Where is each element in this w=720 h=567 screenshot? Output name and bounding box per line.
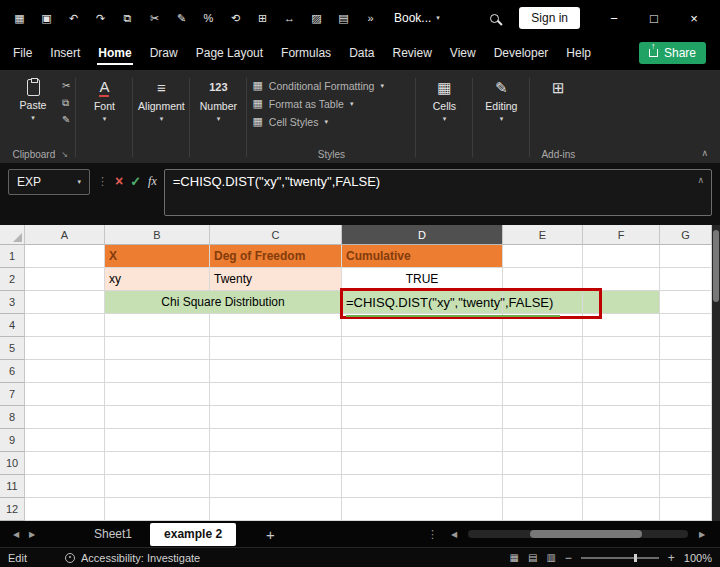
sheet-tab-example-2[interactable]: example 2 — [150, 523, 236, 546]
cell-C12[interactable] — [210, 498, 342, 521]
cell-B7[interactable] — [105, 383, 210, 406]
zoom-in-button[interactable]: + — [668, 551, 675, 565]
cell-E11[interactable] — [503, 475, 583, 498]
zoom-level[interactable]: 100% — [684, 552, 712, 564]
alignment-button[interactable]: ≡ Alignment ▾ — [138, 75, 184, 123]
undo-icon[interactable]: ↶ — [60, 12, 87, 25]
cell-G8[interactable] — [660, 406, 712, 429]
cell-D4[interactable] — [342, 314, 503, 337]
copy-icon[interactable]: ⧉ — [62, 98, 70, 108]
cell-G1[interactable] — [660, 245, 712, 268]
cell-B9[interactable] — [105, 429, 210, 452]
app-launcher-icon[interactable]: ▦ — [6, 12, 33, 25]
vertical-scrollbar-thumb[interactable] — [713, 230, 719, 302]
col-header-A[interactable]: A — [25, 225, 105, 245]
formula-bar-drag-handle[interactable]: ⋮ — [97, 175, 108, 188]
cell-D6[interactable] — [342, 360, 503, 383]
prev-sheet-icon[interactable]: ◀ — [8, 530, 24, 539]
cell-B4[interactable] — [105, 314, 210, 337]
cell-C10[interactable] — [210, 452, 342, 475]
cell-B8[interactable] — [105, 406, 210, 429]
cancel-formula-button[interactable]: × — [115, 173, 123, 189]
cell-D10[interactable] — [342, 452, 503, 475]
collapse-formula-bar-icon[interactable]: ∧ — [697, 175, 704, 185]
cell-F6[interactable] — [583, 360, 660, 383]
copy-icon[interactable]: ⧉ — [114, 12, 141, 25]
minimize-button[interactable]: − — [594, 11, 634, 26]
cell-A6[interactable] — [25, 360, 105, 383]
menu-item-view[interactable]: View — [441, 36, 485, 70]
cell-F8[interactable] — [583, 406, 660, 429]
col-header-F[interactable]: F — [583, 225, 660, 245]
cell-A5[interactable] — [25, 337, 105, 360]
cell-F12[interactable] — [583, 498, 660, 521]
cell-E1[interactable] — [503, 245, 583, 268]
cell-D5[interactable] — [342, 337, 503, 360]
zoom-out-button[interactable]: − — [565, 551, 572, 565]
document-title[interactable]: Book... ▾ — [394, 11, 440, 25]
cell-A7[interactable] — [25, 383, 105, 406]
row-header-1[interactable]: 1 — [0, 245, 25, 268]
cell-F4[interactable] — [583, 314, 660, 337]
cell-C1[interactable]: Deg of Freedom — [210, 245, 342, 268]
font-button[interactable]: A Font ▾ — [81, 75, 127, 123]
cell-E2[interactable] — [503, 268, 583, 291]
borders-icon[interactable]: ⊞ — [249, 12, 276, 25]
format-painter-icon[interactable]: ✎ — [62, 115, 70, 125]
cell-B5[interactable] — [105, 337, 210, 360]
cell-A4[interactable] — [25, 314, 105, 337]
conditional-formatting-button[interactable]: ▦Conditional Formatting▾ — [252, 79, 384, 92]
col-header-E[interactable]: E — [503, 225, 583, 245]
freeze-panes-icon[interactable]: ▤ — [330, 12, 357, 25]
cell-E8[interactable] — [503, 406, 583, 429]
cell-A1[interactable] — [25, 245, 105, 268]
fill-color-icon[interactable]: ▨ — [303, 12, 330, 25]
row-header-10[interactable]: 10 — [0, 452, 25, 475]
cell-B11[interactable] — [105, 475, 210, 498]
cell-G12[interactable] — [660, 498, 712, 521]
overflow-icon[interactable]: » — [357, 12, 384, 24]
col-header-B[interactable]: B — [105, 225, 210, 245]
col-header-C[interactable]: C — [210, 225, 342, 245]
format-painter-icon[interactable]: ✎ — [168, 12, 195, 25]
search-icon[interactable] — [479, 14, 509, 23]
menu-item-draw[interactable]: Draw — [141, 36, 187, 70]
page-break-view-icon[interactable]: ▥ — [546, 552, 555, 563]
number-button[interactable]: 123 Number ▾ — [195, 75, 241, 123]
cell-D7[interactable] — [342, 383, 503, 406]
row-header-3[interactable]: 3 — [0, 291, 25, 314]
cell-F7[interactable] — [583, 383, 660, 406]
cell-G4[interactable] — [660, 314, 712, 337]
accessibility-status[interactable]: Accessibility: Investigate — [65, 552, 200, 564]
cell-E9[interactable] — [503, 429, 583, 452]
cell-C9[interactable] — [210, 429, 342, 452]
share-button[interactable]: Share — [639, 42, 706, 64]
menu-item-file[interactable]: File — [4, 36, 41, 70]
menu-item-review[interactable]: Review — [383, 36, 440, 70]
cell-D3[interactable]: =CHISQ.DIST("xy","twenty",FALSE) — [342, 291, 503, 314]
horizontal-scrollbar[interactable] — [468, 530, 688, 538]
cell-A10[interactable] — [25, 452, 105, 475]
cell-C2[interactable]: Twenty — [210, 268, 342, 291]
maximize-button[interactable]: □ — [634, 11, 674, 26]
cell-styles-button[interactable]: ▦Cell Styles▾ — [252, 115, 328, 128]
undo-history-icon[interactable]: ⟲ — [222, 12, 249, 25]
merge-center-icon[interactable]: ↔ — [276, 12, 303, 24]
row-header-11[interactable]: 11 — [0, 475, 25, 498]
row-header-2[interactable]: 2 — [0, 268, 25, 291]
cell-D2[interactable]: TRUE — [342, 268, 503, 291]
next-sheet-icon[interactable]: ▶ — [24, 530, 40, 539]
cell-C11[interactable] — [210, 475, 342, 498]
zoom-slider-thumb[interactable] — [634, 554, 637, 562]
tab-overflow-icon[interactable]: ⋮ — [427, 528, 438, 541]
vertical-scrollbar[interactable] — [712, 225, 720, 521]
cell-G3[interactable] — [660, 291, 712, 314]
close-button[interactable]: × — [674, 11, 714, 26]
cell-D1[interactable]: Cumulative — [342, 245, 503, 268]
cell-D8[interactable] — [342, 406, 503, 429]
redo-icon[interactable]: ↷ — [87, 12, 114, 25]
cell-G9[interactable] — [660, 429, 712, 452]
cell-B3[interactable]: Chi Square Distribution — [105, 291, 342, 314]
dialog-launcher-icon[interactable]: ↘ — [61, 150, 68, 159]
cell-E6[interactable] — [503, 360, 583, 383]
